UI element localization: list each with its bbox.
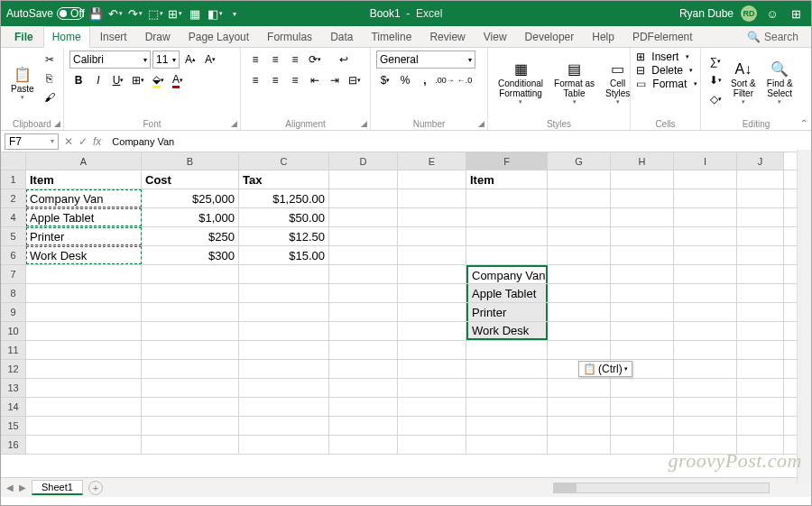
format-cells-button[interactable]: ▭ Format ▾ bbox=[636, 78, 695, 90]
cell[interactable] bbox=[142, 379, 239, 397]
name-box[interactable]: F7▾ bbox=[5, 133, 59, 150]
cell[interactable] bbox=[548, 341, 611, 359]
number-format-select[interactable]: General▾ bbox=[376, 51, 475, 69]
autosum-button[interactable]: ∑▾ bbox=[706, 52, 724, 70]
tab-data[interactable]: Data bbox=[322, 27, 361, 47]
cell[interactable] bbox=[329, 284, 398, 302]
cell[interactable] bbox=[548, 398, 611, 416]
bold-button[interactable]: B bbox=[69, 71, 88, 89]
increase-decimal-button[interactable]: .00→ bbox=[436, 71, 454, 89]
font-size-select[interactable]: 11▾ bbox=[152, 51, 180, 69]
column-header[interactable]: I bbox=[674, 152, 737, 170]
tab-page-layout[interactable]: Page Layout bbox=[180, 27, 257, 47]
delete-cells-button[interactable]: ⊟ Delete ▾ bbox=[636, 64, 695, 77]
decrease-indent-button[interactable]: ⇤ bbox=[306, 71, 324, 89]
copy-button[interactable]: ⎘ bbox=[41, 69, 59, 87]
cell[interactable]: Work Desk bbox=[466, 322, 548, 340]
cell[interactable] bbox=[142, 417, 239, 435]
cell[interactable]: Company Van bbox=[26, 189, 142, 207]
column-header[interactable]: A bbox=[26, 152, 142, 170]
align-top-button[interactable]: ≡ bbox=[246, 51, 264, 69]
cell[interactable] bbox=[674, 227, 737, 245]
cell[interactable] bbox=[548, 227, 611, 245]
cell[interactable] bbox=[674, 189, 737, 207]
cell[interactable] bbox=[737, 360, 784, 378]
paste-button[interactable]: 📋 Paste ▾ bbox=[6, 51, 39, 117]
formula-input[interactable]: Company Van bbox=[106, 136, 807, 147]
cell[interactable] bbox=[737, 322, 784, 340]
tab-formulas[interactable]: Formulas bbox=[259, 27, 320, 47]
cell[interactable] bbox=[142, 322, 239, 340]
cell[interactable] bbox=[737, 284, 784, 302]
column-header[interactable]: G bbox=[548, 152, 611, 170]
cell[interactable] bbox=[26, 379, 142, 397]
format-painter-button[interactable]: 🖌 bbox=[41, 88, 59, 106]
cell[interactable] bbox=[611, 417, 674, 435]
cell[interactable] bbox=[548, 436, 611, 454]
cell[interactable] bbox=[466, 398, 548, 416]
cell[interactable] bbox=[398, 208, 466, 226]
merge-button[interactable]: ⊟▾ bbox=[346, 71, 364, 89]
font-name-select[interactable]: Calibri▾ bbox=[69, 51, 151, 69]
redo-icon[interactable]: ↷▾ bbox=[127, 5, 143, 22]
cell[interactable] bbox=[466, 189, 548, 207]
cell[interactable] bbox=[239, 341, 329, 359]
row-header[interactable]: 5 bbox=[1, 227, 26, 245]
user-name[interactable]: Ryan Dube bbox=[679, 7, 734, 20]
new-sheet-button[interactable]: + bbox=[88, 481, 103, 495]
enter-formula-icon[interactable]: ✓ bbox=[78, 135, 88, 148]
cell[interactable] bbox=[674, 360, 737, 378]
cell[interactable] bbox=[398, 417, 466, 435]
cell[interactable] bbox=[548, 208, 611, 226]
cell[interactable] bbox=[737, 265, 784, 283]
percent-button[interactable]: % bbox=[396, 71, 414, 89]
cell[interactable] bbox=[611, 303, 674, 321]
cell[interactable] bbox=[329, 303, 398, 321]
cell[interactable] bbox=[239, 265, 329, 283]
align-center-button[interactable]: ≡ bbox=[266, 71, 284, 89]
cell[interactable] bbox=[548, 284, 611, 302]
cell[interactable] bbox=[737, 417, 784, 435]
row-header[interactable]: 14 bbox=[1, 398, 26, 416]
customize-qat-icon[interactable]: ▾ bbox=[226, 5, 243, 22]
tab-view[interactable]: View bbox=[475, 27, 515, 47]
cell[interactable]: $25,000 bbox=[142, 189, 239, 207]
cell[interactable] bbox=[398, 227, 466, 245]
column-header[interactable]: D bbox=[329, 152, 398, 170]
cell[interactable] bbox=[329, 227, 398, 245]
cell[interactable]: $1,250.00 bbox=[239, 189, 329, 207]
dialog-launcher-icon[interactable]: ◢ bbox=[478, 119, 484, 128]
cell[interactable] bbox=[466, 379, 548, 397]
italic-button[interactable]: I bbox=[89, 71, 107, 89]
tab-pdfelement[interactable]: PDFelement bbox=[624, 27, 701, 47]
cell[interactable] bbox=[142, 341, 239, 359]
cell[interactable] bbox=[329, 170, 398, 189]
border-button[interactable]: ⊞▾ bbox=[129, 71, 147, 89]
qat-icon[interactable]: ⬚▾ bbox=[147, 5, 163, 22]
cell[interactable] bbox=[239, 360, 329, 378]
qat-icon[interactable]: ⊞▾ bbox=[167, 5, 183, 22]
cell[interactable] bbox=[611, 379, 674, 397]
cell[interactable]: Tax bbox=[239, 170, 329, 189]
cell[interactable] bbox=[611, 398, 674, 416]
row-header[interactable]: 12 bbox=[1, 360, 26, 378]
cell[interactable] bbox=[611, 208, 674, 226]
cell[interactable] bbox=[398, 246, 466, 264]
cell[interactable]: Cost bbox=[142, 170, 239, 189]
collapse-ribbon-icon[interactable]: ⌃ bbox=[800, 118, 807, 128]
cell[interactable] bbox=[737, 227, 784, 245]
row-header[interactable]: 1 bbox=[1, 170, 26, 189]
column-header[interactable]: H bbox=[611, 152, 674, 170]
cell[interactable] bbox=[398, 436, 466, 454]
tab-draw[interactable]: Draw bbox=[137, 27, 179, 47]
cell[interactable] bbox=[26, 303, 142, 321]
wrap-text-button[interactable]: ↩ bbox=[335, 51, 353, 69]
cell[interactable] bbox=[737, 398, 784, 416]
cell[interactable] bbox=[329, 322, 398, 340]
cell[interactable] bbox=[26, 360, 142, 378]
cell[interactable] bbox=[398, 360, 466, 378]
cell[interactable] bbox=[329, 398, 398, 416]
cell[interactable] bbox=[329, 341, 398, 359]
fill-color-button[interactable]: ⬙▾ bbox=[149, 71, 167, 89]
cancel-formula-icon[interactable]: ✕ bbox=[64, 135, 73, 148]
